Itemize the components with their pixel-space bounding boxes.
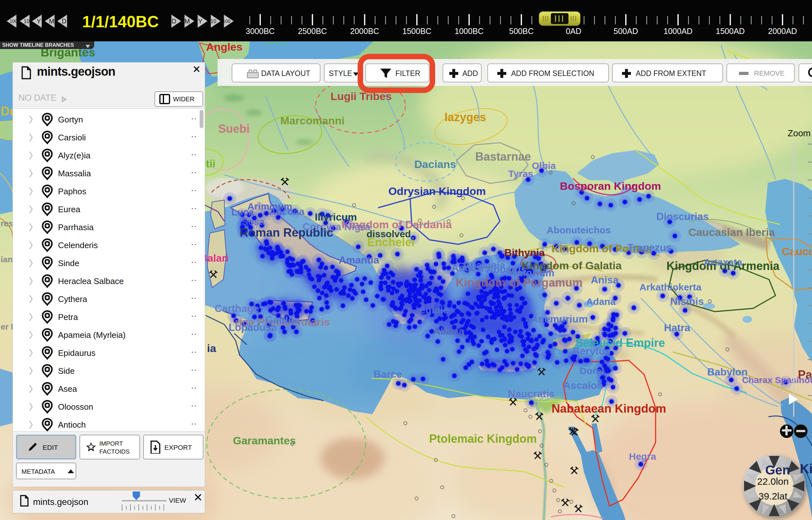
svg-text:Babylon: Babylon <box>707 366 748 378</box>
svg-text:Ancona: Ancona <box>269 206 304 217</box>
svg-text:Enchelei: Enchelei <box>367 236 415 249</box>
svg-text:1000AD: 1000AD <box>664 27 693 35</box>
svg-text:Nabataean Kingdom: Nabataean Kingdom <box>551 402 666 415</box>
svg-text:Amantia: Amantia <box>339 254 379 266</box>
svg-text:100: 100 <box>223 19 231 24</box>
svg-text:Angles: Angles <box>206 41 242 53</box>
svg-text:1/1/140BC: 1/1/140BC <box>82 13 159 31</box>
svg-text:Naucratis: Naucratis <box>508 388 555 399</box>
svg-text:M: M <box>49 18 54 25</box>
svg-text:Trapezus: Trapezus <box>627 242 672 253</box>
svg-text:Abbaitis: Abbaitis <box>486 263 526 275</box>
svg-text:ian: ian <box>1 255 13 264</box>
svg-text:100: 100 <box>9 19 17 24</box>
svg-text:10: 10 <box>24 19 29 24</box>
svg-text:M: M <box>185 18 190 25</box>
svg-text:Y: Y <box>198 18 202 25</box>
svg-text:egiale: egiale <box>420 304 449 316</box>
svg-text:22.0lon: 22.0lon <box>757 476 789 487</box>
svg-text:ia: ia <box>207 342 216 354</box>
svg-text:Caucasian Iberia: Caucasian Iberia <box>688 226 775 238</box>
svg-text:1000BC: 1000BC <box>455 27 484 35</box>
svg-text:500AD: 500AD <box>614 27 638 35</box>
svg-text:Roman Republic: Roman Republic <box>240 226 333 239</box>
svg-text:Arkathiokerta: Arkathiokerta <box>639 282 701 292</box>
svg-text:Caucasian Alba: Caucasian Alba <box>782 245 812 257</box>
svg-text:Dacians: Dacians <box>414 158 456 170</box>
svg-text:Parthi: Parthi <box>798 368 812 381</box>
svg-text:Seleucid Empire: Seleucid Empire <box>575 336 665 349</box>
svg-text:Iazyges: Iazyges <box>444 111 486 124</box>
svg-text:2000AD: 2000AD <box>768 27 797 35</box>
svg-text:Sosa: Sosa <box>242 216 265 227</box>
svg-text:Allaria: Allaria <box>433 326 464 337</box>
svg-text:Suebi: Suebi <box>218 122 250 135</box>
svg-text:Hatra: Hatra <box>664 322 690 333</box>
svg-text:500BC: 500BC <box>509 27 534 35</box>
svg-text:10: 10 <box>211 19 216 24</box>
svg-text:Ascalon: Ascalon <box>563 380 603 391</box>
svg-text:Artaxata: Artaxata <box>704 257 742 267</box>
svg-text:Anemurium: Anemurium <box>531 313 588 325</box>
svg-text:Y: Y <box>36 18 41 25</box>
svg-text:Bosporan Kingdom: Bosporan Kingdom <box>560 180 661 192</box>
svg-text:Odrysian Kingdom: Odrysian Kingdom <box>388 185 486 197</box>
svg-text:res: res <box>1 219 13 228</box>
svg-text:Aegirus: Aegirus <box>451 262 489 274</box>
svg-text:2500BC: 2500BC <box>298 27 327 35</box>
svg-text:Marcomanni: Marcomanni <box>280 114 345 127</box>
svg-text:1500BC: 1500BC <box>403 27 431 35</box>
svg-text:Barce: Barce <box>374 368 402 380</box>
svg-text:Garamantes: Garamantes <box>233 434 296 447</box>
svg-text:3000BC: 3000BC <box>246 27 275 35</box>
svg-text:39.2lat: 39.2lat <box>758 491 788 501</box>
svg-text:Carthage: Carthage <box>215 303 259 314</box>
svg-text:Tyras: Tyras <box>508 168 533 179</box>
svg-text:Hegra: Hegra <box>629 451 656 462</box>
svg-text:Bithynia: Bithynia <box>504 247 545 258</box>
svg-text:Adana: Adana <box>586 296 616 307</box>
svg-text:Ptolemaic Kingdom: Ptolemaic Kingdom <box>429 432 537 445</box>
svg-text:0AD: 0AD <box>566 27 581 35</box>
svg-text:Olbia: Olbia <box>532 160 556 171</box>
svg-text:Abonuteichos: Abonuteichos <box>547 225 611 235</box>
svg-text:Dioscurias: Dioscurias <box>656 211 709 222</box>
svg-text:1500AD: 1500AD <box>716 27 745 35</box>
svg-text:Bastarnae: Bastarnae <box>475 150 531 163</box>
svg-text:Nisibis: Nisibis <box>670 295 704 307</box>
svg-text:Anisa: Anisa <box>591 274 619 286</box>
svg-text:Dora: Dora <box>580 365 602 376</box>
svg-text:2000BC: 2000BC <box>350 27 379 35</box>
svg-text:D: D <box>62 18 66 25</box>
svg-text:Lopadusa: Lopadusa <box>228 321 277 333</box>
svg-text:D: D <box>172 18 176 25</box>
